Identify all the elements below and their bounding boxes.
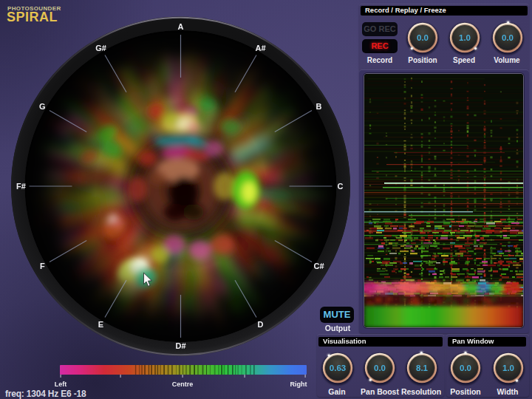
svg-text:0.0: 0.0 [374, 364, 386, 372]
svg-text:F: F [40, 262, 45, 270]
svg-text:D: D [258, 320, 264, 329]
svg-text:G: G [39, 102, 46, 111]
svg-text:E: E [98, 320, 103, 329]
svg-text:8.1: 8.1 [416, 364, 429, 372]
svg-text:F#: F# [16, 182, 26, 191]
svg-text:0.0: 0.0 [417, 33, 429, 42]
svg-text:0.0: 0.0 [502, 33, 514, 42]
svg-text:G#: G# [95, 44, 106, 52]
svg-text:D#: D# [175, 341, 185, 350]
svg-text:A#: A# [255, 44, 265, 52]
svg-text:0.63: 0.63 [329, 364, 345, 372]
svg-text:A: A [178, 22, 184, 31]
svg-text:C: C [338, 182, 344, 191]
svg-text:C#: C# [314, 262, 324, 270]
svg-text:1.0: 1.0 [459, 33, 471, 42]
svg-text:0.0: 0.0 [460, 364, 471, 372]
svg-text:1.0: 1.0 [502, 364, 514, 372]
svg-text:B: B [316, 102, 322, 111]
